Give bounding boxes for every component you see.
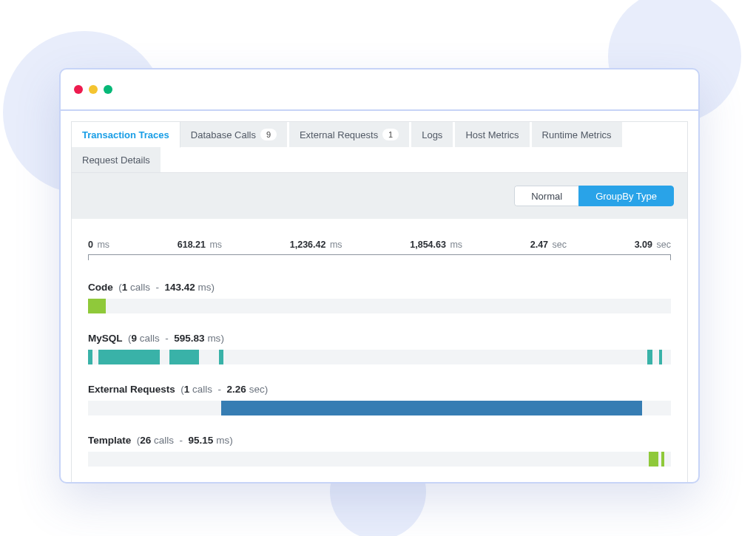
trace-span[interactable]: [169, 350, 198, 364]
tab-host-metrics[interactable]: Host Metrics: [455, 122, 531, 147]
view-toggle: Normal GroupBy Type: [514, 186, 674, 206]
trace-group-external-requests: External Requests (1 calls - 2.26 sec): [88, 384, 671, 415]
group-calls: 1: [122, 282, 128, 293]
group-header: MySQL (9 calls - 595.83 ms): [88, 333, 671, 344]
tab-bar: Transaction TracesDatabase Calls9Externa…: [72, 122, 687, 173]
trace-span[interactable]: [649, 452, 658, 467]
trace-track[interactable]: [88, 452, 671, 467]
trace-span[interactable]: [659, 350, 662, 364]
axis-line: [88, 254, 671, 262]
axis-tick: 618.21 ms: [178, 240, 222, 250]
trace-group-mysql: MySQL (9 calls - 595.83 ms): [88, 333, 671, 364]
group-name: Code: [88, 282, 113, 293]
trace-span[interactable]: [88, 350, 92, 364]
group-calls: 1: [184, 384, 190, 395]
tab-transaction-traces[interactable]: Transaction Traces: [72, 122, 180, 148]
trace-track[interactable]: [88, 299, 671, 313]
axis-tick: 1,854.63 ms: [410, 240, 462, 250]
tab-request-details[interactable]: Request Details: [72, 147, 163, 172]
content-panel: Transaction TracesDatabase Calls9Externa…: [71, 121, 688, 482]
tab-label: Transaction Traces: [82, 129, 169, 140]
group-duration-unit: ms: [207, 333, 220, 344]
trace-span[interactable]: [647, 350, 652, 364]
trace-group-template: Template (26 calls - 95.15 ms): [88, 435, 671, 467]
trace-span[interactable]: [661, 452, 664, 467]
group-name: Template: [88, 435, 131, 446]
group-duration-unit: ms: [198, 282, 212, 293]
trace-group-code: Code (1 calls - 143.42 ms): [88, 282, 671, 313]
group-header: Template (26 calls - 95.15 ms): [88, 435, 671, 446]
axis-tick: 0 ms: [88, 240, 109, 250]
axis-tick: 3.09 sec: [635, 240, 671, 250]
trace-track[interactable]: [88, 350, 671, 364]
group-calls: 26: [140, 435, 151, 446]
group-duration: 595.83: [174, 333, 204, 344]
close-icon[interactable]: [74, 85, 83, 94]
trace-track[interactable]: [88, 401, 671, 415]
axis-tick: 1,236.42 ms: [290, 240, 342, 250]
group-header: Code (1 calls - 143.42 ms): [88, 282, 671, 293]
axis-labels: 0 ms618.21 ms1,236.42 ms1,854.63 ms2.47 …: [88, 240, 671, 250]
tab-label: Database Calls: [191, 129, 256, 140]
group-duration: 2.26: [227, 384, 246, 395]
group-duration: 143.42: [165, 282, 195, 293]
maximize-icon[interactable]: [104, 85, 112, 94]
minimize-icon[interactable]: [89, 85, 98, 94]
tab-label: Host Metrics: [465, 129, 519, 140]
group-duration: 95.15: [189, 435, 214, 446]
tab-logs[interactable]: Logs: [411, 122, 455, 147]
tab-database-calls[interactable]: Database Calls9: [180, 122, 289, 147]
tab-label: Logs: [422, 129, 442, 140]
tab-badge: 9: [260, 129, 277, 140]
view-groupby-button[interactable]: GroupBy Type: [578, 186, 674, 206]
tab-badge: 1: [382, 129, 399, 140]
group-name: External Requests: [88, 384, 175, 395]
window-titlebar: [61, 69, 698, 111]
timeline-area: 0 ms618.21 ms1,236.42 ms1,854.63 ms2.47 …: [72, 219, 687, 467]
tab-label: Runtime Metrics: [542, 129, 612, 140]
group-name: MySQL: [88, 333, 123, 344]
trace-span[interactable]: [98, 350, 160, 364]
view-normal-button[interactable]: Normal: [514, 186, 578, 206]
group-header: External Requests (1 calls - 2.26 sec): [88, 384, 671, 395]
app-window: Transaction TracesDatabase Calls9Externa…: [59, 68, 700, 484]
trace-span[interactable]: [88, 299, 106, 313]
group-duration-unit: sec: [249, 384, 265, 395]
view-controls: Normal GroupBy Type: [72, 173, 687, 219]
group-duration-unit: ms: [216, 435, 229, 446]
tab-runtime-metrics[interactable]: Runtime Metrics: [532, 122, 624, 147]
tab-label: External Requests: [300, 129, 378, 140]
trace-span[interactable]: [219, 350, 223, 364]
axis-tick: 2.47 sec: [530, 240, 567, 250]
group-calls: 9: [132, 333, 138, 344]
tab-label: Request Details: [82, 155, 150, 166]
tab-external-requests[interactable]: External Requests1: [289, 122, 411, 147]
trace-span[interactable]: [221, 401, 643, 415]
